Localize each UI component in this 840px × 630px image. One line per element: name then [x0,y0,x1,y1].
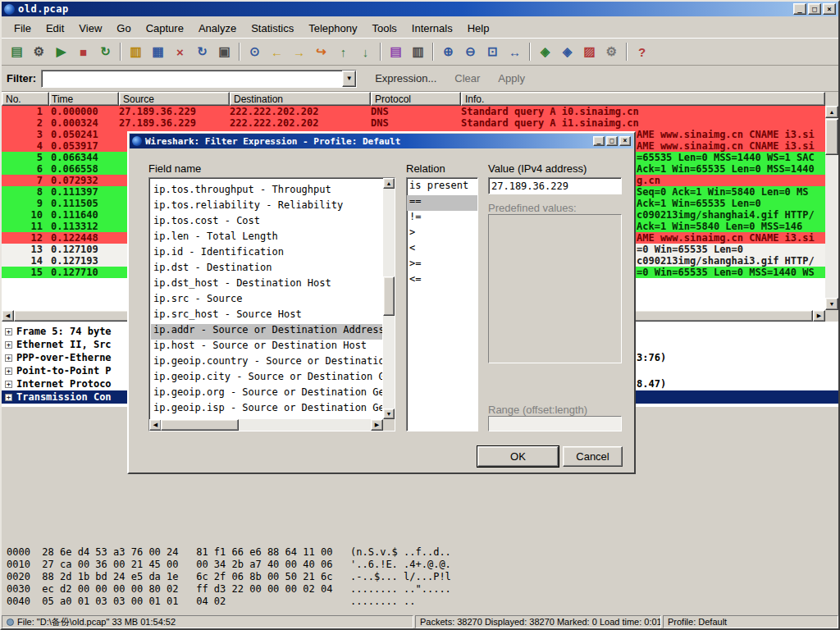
packet-list-vscrollbar[interactable] [825,106,838,310]
go-bottom-icon[interactable]: ↓ [354,41,377,63]
go-top-icon[interactable]: ↑ [332,41,354,63]
expand-plus-icon[interactable] [5,394,12,401]
column-header[interactable]: Time [49,92,119,106]
field-option[interactable]: ip.addr - Source or Destination Address [151,324,382,340]
go-forward-icon[interactable]: → [288,41,310,63]
hex-row[interactable]: 0000 28 6e d4 53 a3 76 00 24 81 f1 66 e6… [2,546,838,559]
save-file-icon[interactable]: ▦ [147,41,169,63]
column-header[interactable]: Destination [230,92,371,106]
find-packet-icon[interactable]: ⊙ [244,41,266,63]
scroll-up-icon[interactable] [825,106,838,118]
field-list-hscrollbar[interactable] [149,419,383,431]
capture-filters-icon[interactable]: ◈ [534,41,556,63]
hex-row[interactable]: 0040 05 a0 01 03 03 00 01 01 04 02 .....… [2,596,838,608]
expert-info-icon[interactable] [7,619,14,626]
field-option[interactable]: ip.dst - Destination [151,262,382,277]
menu-item[interactable]: Internals [404,20,460,37]
column-header[interactable]: Protocol [371,92,461,106]
capture-stop-icon[interactable]: ■ [72,41,94,63]
field-option[interactable]: ip.tos.cost - Cost [151,215,382,231]
expand-plus-icon[interactable] [5,368,12,375]
ok-button[interactable]: OK [477,446,559,467]
field-option[interactable]: ip.geoip.isp - Source or Destination Geo… [151,402,382,418]
scroll-right-icon[interactable] [813,310,825,322]
relation-option[interactable]: is present [407,180,477,195]
capture-start-icon[interactable]: ▶ [50,41,72,63]
predefined-values-box[interactable] [488,214,622,363]
open-file-icon[interactable]: ▥ [125,41,147,63]
toolbar-icon[interactable] [529,43,531,61]
menu-item[interactable]: File [7,20,39,37]
field-list-vscrollbar[interactable] [383,178,395,419]
colorize-icon[interactable]: ▤ [385,41,407,63]
menu-item[interactable]: Capture [139,20,191,37]
expand-plus-icon[interactable] [5,354,12,362]
scroll-left-icon[interactable] [2,310,14,322]
menu-item[interactable]: Analyze [191,20,244,37]
expand-plus-icon[interactable] [5,381,12,388]
interface-list-icon[interactable]: ▤ [6,41,28,63]
menu-item[interactable]: Statistics [244,20,301,37]
column-header[interactable]: Source [119,92,230,106]
scroll-left-icon[interactable] [149,419,162,431]
relation-option[interactable]: < [407,242,477,258]
menu-item[interactable]: View [71,20,109,37]
menu-item[interactable]: Go [109,20,138,37]
help-icon[interactable]: ? [631,41,653,63]
menu-item[interactable]: Telephony [301,20,364,37]
clear-button[interactable]: Clear [454,72,480,84]
menu-item[interactable]: Tools [364,20,404,37]
toolbar-icon[interactable] [626,43,628,61]
field-option[interactable]: ip.dst_host - Destination Host [151,277,382,293]
toolbar-icon[interactable] [239,43,240,61]
toolbar-icon[interactable] [432,43,434,61]
scroll-down-icon[interactable] [825,298,838,310]
filter-input[interactable] [43,71,341,86]
field-option[interactable]: ip.tos.reliability - Reliability [151,199,382,215]
field-option[interactable]: ip.geoip.country - Source or Destination… [151,355,382,371]
field-option[interactable]: ip.host - Source or Destination Host [151,340,382,355]
expand-plus-icon[interactable] [5,328,12,336]
scroll-up-icon[interactable] [383,178,395,189]
relation-option[interactable]: > [407,226,477,242]
apply-button[interactable]: Apply [498,72,525,84]
column-header[interactable]: No. [2,92,49,106]
toolbar-icon[interactable] [120,43,121,61]
capture-restart-icon[interactable]: ↻ [94,41,116,63]
vscroll-thumb[interactable] [383,276,395,316]
field-option[interactable]: ip.src - Source [151,293,382,308]
menu-item[interactable]: Edit [39,20,71,37]
cancel-button[interactable]: Cancel [563,446,623,467]
hex-row[interactable]: 0020 88 2d 1b bd 24 e5 da 1e 6c 2f 06 8b… [2,571,838,583]
dialog-close-button[interactable]: × [619,136,631,146]
zoom-in-icon[interactable]: ⊕ [437,41,459,63]
status-profile-panel[interactable]: Profile: Default [663,615,838,628]
go-to-packet-icon[interactable]: ↪ [310,41,332,63]
expand-plus-icon[interactable] [5,341,12,349]
maximize-button[interactable]: □ [808,3,821,15]
packet-row[interactable]: 2 0.000324 27.189.36.229 222.222.202.202… [2,117,825,129]
scroll-down-icon[interactable] [383,409,395,419]
go-back-icon[interactable]: ← [266,41,288,63]
packet-row[interactable]: 1 0.000000 27.189.36.229 222.222.202.202… [2,106,825,117]
hscroll-thumb[interactable] [161,419,239,431]
menu-item[interactable]: Help [460,20,497,37]
column-header[interactable]: Info. [461,92,825,106]
field-option[interactable]: ip.src_host - Source Host [151,308,382,324]
print-icon[interactable]: ▣ [213,41,235,63]
field-option[interactable]: ip.len - Total Length [151,231,382,246]
zoom-out-icon[interactable]: ⊖ [459,41,482,63]
zoom-normal-icon[interactable]: ⊡ [482,41,504,63]
minimize-button[interactable]: _ [793,3,806,15]
autoscroll-icon[interactable]: ▥ [407,41,429,63]
coloring-rules-icon[interactable]: ▨ [578,41,600,63]
close-button[interactable]: × [823,3,836,15]
relation-option[interactable]: == [407,195,477,211]
value-input[interactable] [488,177,622,194]
field-option[interactable]: ip.geoip.city - Source or Destination Ge… [151,371,382,386]
toolbar-icon[interactable] [380,43,381,61]
vscroll-thumb[interactable] [825,119,838,155]
capture-options-icon[interactable]: ⚙ [28,41,50,63]
field-option[interactable]: ip.geoip.org - Source or Destination Geo… [151,386,382,402]
expression-button[interactable]: Expression... [375,72,436,84]
